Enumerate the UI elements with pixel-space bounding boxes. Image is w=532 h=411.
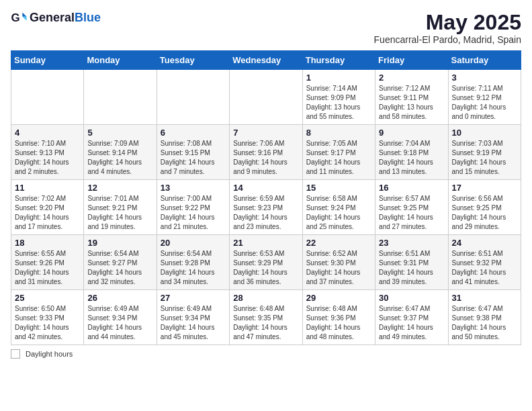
day-info: Sunrise: 7:04 AMSunset: 9:18 PMDaylight:… bbox=[379, 139, 444, 177]
daylight-swatch bbox=[11, 349, 20, 359]
day-info: Sunrise: 7:12 AMSunset: 9:11 PMDaylight:… bbox=[379, 84, 444, 122]
day-cell: 27Sunrise: 6:49 AMSunset: 9:34 PMDayligh… bbox=[157, 290, 229, 345]
day-cell: 26Sunrise: 6:49 AMSunset: 9:34 PMDayligh… bbox=[84, 290, 157, 345]
day-cell: 29Sunrise: 6:48 AMSunset: 9:36 PMDayligh… bbox=[302, 290, 375, 345]
day-number: 8 bbox=[306, 128, 371, 138]
day-info: Sunrise: 6:59 AMSunset: 9:23 PMDaylight:… bbox=[233, 194, 298, 232]
daylight-hours-label: Daylight hours bbox=[26, 350, 73, 358]
day-cell: 3Sunrise: 7:11 AMSunset: 9:12 PMDaylight… bbox=[448, 70, 521, 125]
day-number: 1 bbox=[306, 73, 371, 83]
day-cell bbox=[84, 70, 157, 125]
day-cell: 31Sunrise: 6:47 AMSunset: 9:38 PMDayligh… bbox=[448, 290, 521, 345]
day-number: 18 bbox=[15, 238, 80, 248]
day-number: 31 bbox=[452, 293, 517, 303]
day-cell: 28Sunrise: 6:48 AMSunset: 9:35 PMDayligh… bbox=[230, 290, 302, 345]
day-cell: 11Sunrise: 7:02 AMSunset: 9:20 PMDayligh… bbox=[11, 180, 84, 235]
header-cell-sunday: Sunday bbox=[11, 51, 84, 70]
day-number: 25 bbox=[15, 293, 80, 303]
day-number: 4 bbox=[15, 128, 80, 138]
day-info: Sunrise: 7:10 AMSunset: 9:13 PMDaylight:… bbox=[15, 139, 80, 177]
day-cell: 8Sunrise: 7:05 AMSunset: 9:17 PMDaylight… bbox=[302, 125, 375, 180]
day-number: 22 bbox=[306, 238, 371, 248]
day-info: Sunrise: 6:51 AMSunset: 9:32 PMDaylight:… bbox=[452, 249, 517, 287]
day-cell: 22Sunrise: 6:52 AMSunset: 9:30 PMDayligh… bbox=[302, 235, 375, 290]
day-number: 15 bbox=[306, 183, 371, 193]
day-cell: 24Sunrise: 6:51 AMSunset: 9:32 PMDayligh… bbox=[448, 235, 521, 290]
day-info: Sunrise: 6:47 AMSunset: 9:38 PMDaylight:… bbox=[452, 304, 517, 342]
svg-marker-1 bbox=[22, 12, 26, 16]
day-cell: 17Sunrise: 6:56 AMSunset: 9:25 PMDayligh… bbox=[448, 180, 521, 235]
day-cell bbox=[230, 70, 302, 125]
header-cell-tuesday: Tuesday bbox=[157, 51, 229, 70]
day-info: Sunrise: 7:05 AMSunset: 9:17 PMDaylight:… bbox=[306, 139, 371, 177]
day-info: Sunrise: 6:48 AMSunset: 9:35 PMDaylight:… bbox=[233, 304, 298, 342]
day-number: 12 bbox=[87, 183, 152, 193]
day-number: 3 bbox=[452, 73, 517, 83]
day-info: Sunrise: 7:11 AMSunset: 9:12 PMDaylight:… bbox=[452, 84, 517, 122]
day-number: 24 bbox=[452, 238, 517, 248]
day-number: 29 bbox=[306, 293, 371, 303]
title-area: May 2025 Fuencarral-El Pardo, Madrid, Sp… bbox=[374, 11, 521, 45]
day-number: 21 bbox=[233, 238, 298, 248]
day-cell: 5Sunrise: 7:09 AMSunset: 9:14 PMDaylight… bbox=[84, 125, 157, 180]
day-info: Sunrise: 6:50 AMSunset: 9:33 PMDaylight:… bbox=[15, 304, 80, 342]
day-cell: 9Sunrise: 7:04 AMSunset: 9:18 PMDaylight… bbox=[375, 125, 448, 180]
day-cell: 12Sunrise: 7:01 AMSunset: 9:21 PMDayligh… bbox=[84, 180, 157, 235]
day-info: Sunrise: 7:03 AMSunset: 9:19 PMDaylight:… bbox=[452, 139, 517, 177]
day-cell: 25Sunrise: 6:50 AMSunset: 9:33 PMDayligh… bbox=[11, 290, 84, 345]
day-info: Sunrise: 6:47 AMSunset: 9:37 PMDaylight:… bbox=[379, 304, 444, 342]
day-info: Sunrise: 6:55 AMSunset: 9:26 PMDaylight:… bbox=[15, 249, 80, 287]
day-number: 5 bbox=[87, 128, 152, 138]
day-info: Sunrise: 6:58 AMSunset: 9:24 PMDaylight:… bbox=[306, 194, 371, 232]
day-info: Sunrise: 7:00 AMSunset: 9:22 PMDaylight:… bbox=[161, 194, 226, 232]
header-cell-saturday: Saturday bbox=[448, 51, 521, 70]
day-info: Sunrise: 7:02 AMSunset: 9:20 PMDaylight:… bbox=[15, 194, 80, 232]
day-cell: 4Sunrise: 7:10 AMSunset: 9:13 PMDaylight… bbox=[11, 125, 84, 180]
header-cell-wednesday: Wednesday bbox=[230, 51, 302, 70]
svg-marker-2 bbox=[22, 16, 26, 20]
day-number: 28 bbox=[233, 293, 298, 303]
day-info: Sunrise: 7:14 AMSunset: 9:09 PMDaylight:… bbox=[306, 84, 371, 122]
day-number: 9 bbox=[379, 128, 444, 138]
day-info: Sunrise: 6:54 AMSunset: 9:27 PMDaylight:… bbox=[87, 249, 152, 287]
week-row-4: 18Sunrise: 6:55 AMSunset: 9:26 PMDayligh… bbox=[11, 235, 521, 290]
day-cell: 6Sunrise: 7:08 AMSunset: 9:15 PMDaylight… bbox=[157, 125, 229, 180]
day-cell: 19Sunrise: 6:54 AMSunset: 9:27 PMDayligh… bbox=[84, 235, 157, 290]
day-info: Sunrise: 6:48 AMSunset: 9:36 PMDaylight:… bbox=[306, 304, 371, 342]
calendar-table: SundayMondayTuesdayWednesdayThursdayFrid… bbox=[11, 50, 521, 345]
day-cell: 10Sunrise: 7:03 AMSunset: 9:19 PMDayligh… bbox=[448, 125, 521, 180]
day-cell: 7Sunrise: 7:06 AMSunset: 9:16 PMDaylight… bbox=[230, 125, 302, 180]
day-info: Sunrise: 6:51 AMSunset: 9:31 PMDaylight:… bbox=[379, 249, 444, 287]
subtitle: Fuencarral-El Pardo, Madrid, Spain bbox=[374, 34, 521, 45]
day-number: 7 bbox=[233, 128, 298, 138]
day-info: Sunrise: 6:52 AMSunset: 9:30 PMDaylight:… bbox=[306, 249, 371, 287]
day-number: 2 bbox=[379, 73, 444, 83]
day-cell: 23Sunrise: 6:51 AMSunset: 9:31 PMDayligh… bbox=[375, 235, 448, 290]
header-cell-friday: Friday bbox=[375, 51, 448, 70]
day-info: Sunrise: 6:53 AMSunset: 9:29 PMDaylight:… bbox=[233, 249, 298, 287]
day-number: 19 bbox=[87, 238, 152, 248]
main-title: May 2025 bbox=[374, 11, 521, 34]
day-cell: 20Sunrise: 6:54 AMSunset: 9:28 PMDayligh… bbox=[157, 235, 229, 290]
day-cell: 2Sunrise: 7:12 AMSunset: 9:11 PMDaylight… bbox=[375, 70, 448, 125]
day-info: Sunrise: 7:08 AMSunset: 9:15 PMDaylight:… bbox=[161, 139, 226, 177]
header-row: SundayMondayTuesdayWednesdayThursdayFrid… bbox=[11, 51, 521, 70]
day-cell: 13Sunrise: 7:00 AMSunset: 9:22 PMDayligh… bbox=[157, 180, 229, 235]
day-number: 16 bbox=[379, 183, 444, 193]
page-container: G GeneralBlue May 2025 Fuencarral-El Par… bbox=[11, 11, 521, 359]
day-info: Sunrise: 6:49 AMSunset: 9:34 PMDaylight:… bbox=[161, 304, 226, 342]
day-number: 17 bbox=[452, 183, 517, 193]
day-number: 6 bbox=[161, 128, 226, 138]
header: G GeneralBlue May 2025 Fuencarral-El Par… bbox=[11, 11, 521, 45]
day-info: Sunrise: 6:54 AMSunset: 9:28 PMDaylight:… bbox=[161, 249, 226, 287]
day-number: 27 bbox=[161, 293, 226, 303]
week-row-2: 4Sunrise: 7:10 AMSunset: 9:13 PMDaylight… bbox=[11, 125, 521, 180]
footer-note: Daylight hours bbox=[11, 349, 521, 359]
header-cell-thursday: Thursday bbox=[302, 51, 375, 70]
day-info: Sunrise: 6:56 AMSunset: 9:25 PMDaylight:… bbox=[452, 194, 517, 232]
day-cell bbox=[11, 70, 84, 125]
header-cell-monday: Monday bbox=[84, 51, 157, 70]
day-cell: 14Sunrise: 6:59 AMSunset: 9:23 PMDayligh… bbox=[230, 180, 302, 235]
day-number: 14 bbox=[233, 183, 298, 193]
day-info: Sunrise: 7:06 AMSunset: 9:16 PMDaylight:… bbox=[233, 139, 298, 177]
